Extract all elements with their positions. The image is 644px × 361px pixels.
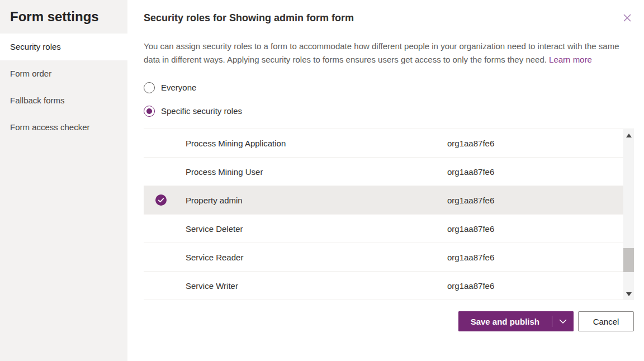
radio-specific-security-roles[interactable]: Specific security roles bbox=[144, 105, 634, 117]
save-split-button: Save and publish bbox=[458, 311, 574, 331]
radio-everyone[interactable]: Everyone bbox=[144, 82, 634, 93]
role-name: Service Reader bbox=[186, 253, 447, 262]
role-row-process-mining-user[interactable]: Process Mining User org1aa87fe6 bbox=[144, 158, 623, 186]
table-scrollbar[interactable] bbox=[623, 129, 634, 300]
security-roles-table: Process Mining Application org1aa87fe6 P… bbox=[144, 129, 634, 300]
audience-radio-group: Everyone Specific security roles bbox=[144, 82, 634, 117]
role-row-service-deleter[interactable]: Service Deleter org1aa87fe6 bbox=[144, 215, 623, 243]
scroll-up-icon[interactable] bbox=[623, 130, 634, 140]
dialog-description: You can assign security roles to a form … bbox=[144, 40, 631, 66]
sidebar: Form settings Security roles Form order … bbox=[0, 0, 127, 361]
save-and-publish-button[interactable]: Save and publish bbox=[458, 311, 552, 331]
role-org: org1aa87fe6 bbox=[447, 281, 623, 291]
role-row-property-admin[interactable]: Property admin org1aa87fe6 bbox=[144, 186, 623, 215]
role-row-service-writer[interactable]: Service Writer org1aa87fe6 bbox=[144, 272, 623, 300]
panel-header: Security roles for Showing admin form fo… bbox=[144, 0, 634, 25]
dialog-footer: Save and publish Cancel bbox=[144, 311, 634, 331]
save-options-dropdown-button[interactable] bbox=[552, 311, 574, 331]
radio-selected-icon bbox=[144, 106, 155, 117]
radio-unselected-icon bbox=[144, 82, 155, 93]
role-org: org1aa87fe6 bbox=[447, 139, 623, 148]
description-text: You can assign security roles to a form … bbox=[144, 41, 619, 64]
sidebar-title: Form settings bbox=[0, 0, 127, 26]
scroll-down-icon[interactable] bbox=[623, 289, 634, 299]
radio-everyone-label: Everyone bbox=[161, 83, 196, 92]
learn-more-link[interactable]: Learn more bbox=[549, 55, 592, 64]
dialog-title: Security roles for Showing admin form fo… bbox=[144, 11, 354, 25]
role-org: org1aa87fe6 bbox=[447, 224, 623, 234]
sidebar-nav: Security roles Form order Fallback forms… bbox=[0, 34, 127, 141]
chevron-down-icon bbox=[559, 319, 567, 324]
checkmark-circle-icon bbox=[155, 194, 167, 206]
sidebar-item-fallback-forms[interactable]: Fallback forms bbox=[0, 87, 127, 114]
role-name: Service Writer bbox=[186, 281, 447, 291]
close-x-glyph bbox=[622, 12, 633, 23]
role-name: Process Mining User bbox=[186, 167, 447, 177]
role-org: org1aa87fe6 bbox=[447, 253, 623, 262]
role-name: Service Deleter bbox=[186, 224, 447, 234]
security-roles-panel: Security roles for Showing admin form fo… bbox=[127, 0, 644, 361]
role-row-service-reader[interactable]: Service Reader org1aa87fe6 bbox=[144, 243, 623, 272]
role-name: Property admin bbox=[186, 196, 447, 205]
role-row-process-mining-application[interactable]: Process Mining Application org1aa87fe6 bbox=[144, 129, 623, 158]
cancel-button[interactable]: Cancel bbox=[578, 311, 634, 331]
security-roles-rows: Process Mining Application org1aa87fe6 P… bbox=[144, 129, 623, 300]
radio-specific-roles-label: Specific security roles bbox=[161, 106, 242, 116]
sidebar-item-security-roles[interactable]: Security roles bbox=[0, 34, 127, 60]
sidebar-item-form-access-checker[interactable]: Form access checker bbox=[0, 114, 127, 141]
close-icon[interactable] bbox=[619, 10, 635, 26]
role-org: org1aa87fe6 bbox=[447, 167, 623, 177]
form-settings-window: Form settings Security roles Form order … bbox=[0, 0, 644, 361]
check-cell bbox=[144, 194, 186, 206]
scrollbar-thumb[interactable] bbox=[623, 248, 634, 272]
sidebar-item-form-order[interactable]: Form order bbox=[0, 60, 127, 87]
role-name: Process Mining Application bbox=[186, 139, 447, 148]
role-org: org1aa87fe6 bbox=[447, 196, 623, 205]
